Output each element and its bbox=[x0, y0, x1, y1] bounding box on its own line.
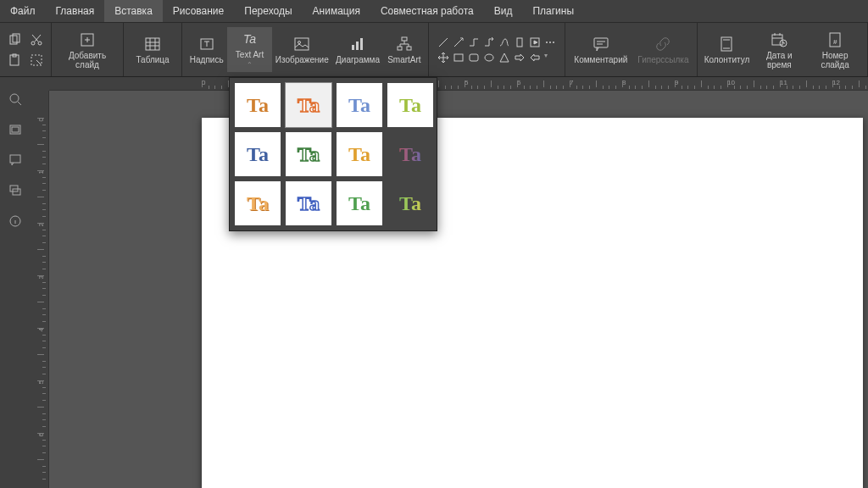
add-slide-label: Добавить слайд bbox=[60, 51, 114, 69]
textart-style-9[interactable]: Ta bbox=[235, 181, 281, 225]
textart-style-8[interactable]: Ta bbox=[387, 132, 433, 176]
shape-triangle-icon[interactable] bbox=[498, 52, 510, 64]
shape-curve-icon[interactable] bbox=[498, 36, 510, 48]
textart-style-3[interactable]: Ta bbox=[337, 83, 382, 127]
date-time-button[interactable]: Дата и время bbox=[752, 28, 806, 72]
table-label: Таблица bbox=[136, 55, 169, 64]
slides-panel-icon[interactable] bbox=[8, 123, 24, 138]
smartart-button[interactable]: SmartArt bbox=[383, 32, 425, 67]
textart-style-1[interactable]: Ta bbox=[235, 83, 281, 127]
textart-button[interactable]: Ta Text Art ⌃ bbox=[227, 27, 271, 72]
svg-rect-29 bbox=[772, 35, 782, 45]
copy-icon[interactable] bbox=[7, 32, 22, 47]
ruler-corner bbox=[32, 77, 49, 91]
menu-insert[interactable]: Вставка bbox=[104, 0, 163, 22]
slide-number-label: Номер слайда bbox=[811, 51, 859, 69]
paste-icon[interactable] bbox=[7, 53, 22, 68]
shape-elbow-icon[interactable] bbox=[468, 36, 480, 48]
editor-area: 0123456789101112 0123456 TaTaTaTaTaTaTaT… bbox=[32, 77, 868, 488]
svg-rect-27 bbox=[594, 38, 608, 47]
add-slide-button[interactable]: Добавить слайд bbox=[55, 28, 120, 72]
svg-rect-17 bbox=[398, 47, 402, 50]
smartart-icon bbox=[395, 35, 414, 53]
shapes-dropdown-icon[interactable]: ▾ bbox=[544, 52, 548, 64]
table-button[interactable]: Таблица bbox=[127, 32, 178, 67]
svg-point-5 bbox=[38, 42, 42, 45]
menu-plugins[interactable]: Плагины bbox=[522, 0, 584, 22]
comments-panel-icon[interactable] bbox=[8, 153, 24, 169]
shape-arrow-right-icon[interactable] bbox=[514, 52, 526, 64]
shapes-gallery[interactable]: ▾ bbox=[432, 33, 561, 67]
textart-style-6[interactable]: Ta bbox=[286, 132, 331, 176]
svg-rect-28 bbox=[721, 37, 732, 51]
menu-collab[interactable]: Совместная работа bbox=[370, 0, 484, 22]
select-icon[interactable] bbox=[29, 53, 44, 68]
cut-icon[interactable] bbox=[29, 32, 44, 47]
svg-point-4 bbox=[31, 42, 35, 45]
textart-icon: Ta bbox=[241, 30, 259, 48]
info-icon[interactable] bbox=[8, 214, 24, 230]
workspace: 0123456789101112 0123456 TaTaTaTaTaTaTaT… bbox=[0, 77, 868, 488]
shape-elbow-arrow-icon[interactable] bbox=[483, 36, 495, 48]
textart-style-12[interactable]: Ta bbox=[387, 181, 433, 225]
shape-roundrect-icon[interactable] bbox=[468, 52, 480, 64]
menu-transitions[interactable]: Переходы bbox=[234, 0, 302, 22]
svg-point-22 bbox=[549, 42, 551, 43]
svg-rect-35 bbox=[12, 127, 19, 132]
svg-rect-25 bbox=[470, 54, 478, 61]
textbox-button[interactable]: Надпись bbox=[186, 32, 227, 67]
slide-number-icon: # bbox=[826, 30, 844, 49]
svg-rect-24 bbox=[454, 54, 463, 61]
svg-point-21 bbox=[546, 42, 548, 43]
header-footer-button[interactable]: Колонтитул bbox=[701, 32, 752, 67]
smartart-label: SmartArt bbox=[387, 55, 420, 64]
hyperlink-label: Гиперссылка bbox=[637, 55, 688, 64]
comment-button[interactable]: Комментарий bbox=[569, 32, 632, 67]
shape-line-icon[interactable] bbox=[437, 36, 449, 48]
shape-rect-icon[interactable] bbox=[453, 52, 465, 64]
shape-move-icon[interactable] bbox=[437, 52, 449, 64]
shape-play-icon[interactable] bbox=[529, 36, 541, 48]
menu-animation[interactable]: Анимация bbox=[303, 0, 370, 22]
svg-rect-19 bbox=[517, 38, 522, 47]
table-icon bbox=[143, 35, 162, 53]
svg-rect-36 bbox=[10, 155, 20, 163]
textbox-label: Надпись bbox=[190, 55, 224, 64]
svg-rect-11 bbox=[295, 38, 309, 50]
left-panel bbox=[0, 77, 32, 488]
image-button[interactable]: Изображение bbox=[272, 32, 332, 67]
svg-text:Ta: Ta bbox=[243, 32, 256, 46]
menu-home[interactable]: Главная bbox=[46, 0, 105, 22]
search-icon[interactable] bbox=[8, 92, 24, 108]
svg-rect-16 bbox=[402, 37, 407, 41]
shape-ellipse-icon[interactable] bbox=[483, 52, 495, 64]
shape-arrow-left-icon[interactable] bbox=[529, 52, 541, 64]
menu-view[interactable]: Вид bbox=[484, 0, 523, 22]
menubar: Файл Главная Вставка Рисование Переходы … bbox=[0, 0, 868, 22]
slide-number-button[interactable]: # Номер слайда bbox=[806, 28, 864, 72]
svg-rect-18 bbox=[407, 47, 411, 50]
chart-icon bbox=[348, 35, 367, 53]
ruler-horizontal: 0123456789101112 bbox=[49, 77, 868, 91]
svg-rect-13 bbox=[352, 45, 354, 50]
textart-style-4[interactable]: Ta bbox=[387, 83, 433, 127]
menu-file[interactable]: Файл bbox=[0, 0, 46, 22]
header-footer-label: Колонтитул bbox=[704, 55, 750, 64]
textart-style-10[interactable]: Ta bbox=[286, 181, 331, 225]
textart-style-2[interactable]: Ta bbox=[286, 83, 331, 127]
textart-style-7[interactable]: Ta bbox=[337, 132, 382, 176]
image-label: Изображение bbox=[275, 55, 329, 64]
shape-rect-thin-icon[interactable] bbox=[514, 36, 526, 48]
menu-draw[interactable]: Рисование bbox=[163, 0, 234, 22]
shape-arrow-icon[interactable] bbox=[453, 36, 465, 48]
chart-label: Диаграмма bbox=[336, 55, 380, 64]
hyperlink-button: Гиперссылка bbox=[632, 32, 693, 67]
toolbar: Добавить слайд Таблица Надпись Ta Text A… bbox=[0, 22, 868, 77]
textart-style-11[interactable]: Ta bbox=[337, 181, 382, 225]
header-footer-icon bbox=[717, 35, 736, 53]
textart-style-5[interactable]: Ta bbox=[235, 132, 281, 176]
chart-button[interactable]: Диаграмма bbox=[332, 32, 384, 67]
shape-more-icon[interactable] bbox=[544, 36, 556, 48]
add-slide-icon bbox=[78, 30, 97, 49]
chat-icon[interactable] bbox=[8, 184, 24, 199]
